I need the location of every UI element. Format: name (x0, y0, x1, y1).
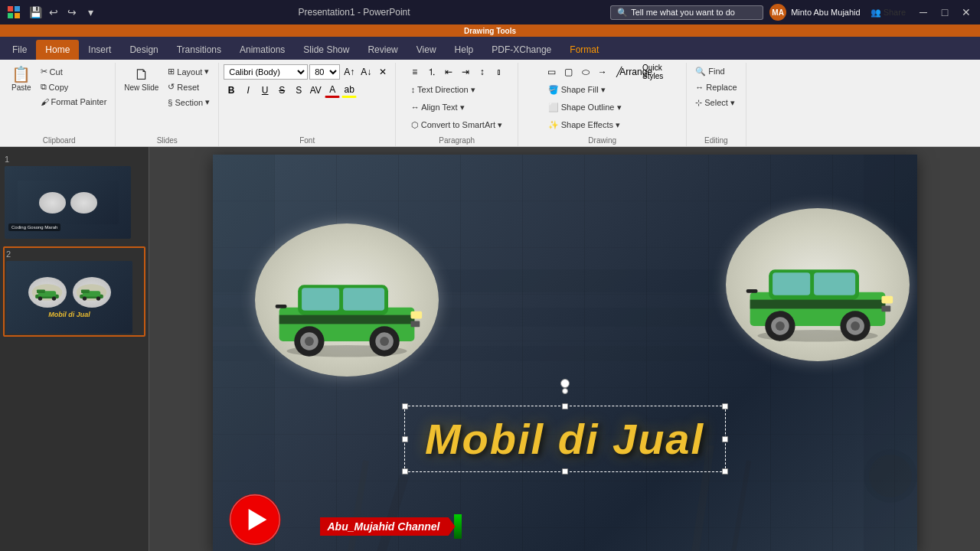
slide-thumb-2[interactable]: 2 (3, 246, 145, 337)
layout-label: Layout (177, 67, 202, 77)
font-size-select[interactable]: 80 (309, 64, 340, 80)
quick-access-toolbar: 💾 ↩ ↪ ▾ (28, 5, 98, 20)
shape-rounded-button[interactable]: ▢ (561, 64, 577, 80)
tab-pdfchange[interactable]: PDF-XChange (482, 40, 560, 60)
channel-name: Abu_Mujahid Channel (320, 517, 456, 536)
layout-button[interactable]: ⊞ Layout ▾ (164, 64, 214, 79)
svg-point-36 (305, 337, 314, 346)
close-button[interactable]: ✕ (959, 5, 974, 20)
char-spacing-button[interactable]: AV (308, 83, 323, 98)
shape-outline-button[interactable]: ⬜ Shape Outline ▾ (544, 100, 626, 115)
share-button[interactable]: 👥 Share (867, 5, 910, 20)
bold-button[interactable]: B (224, 83, 239, 98)
channel-brand: Abu_Mujahid Channel (320, 514, 462, 539)
new-slide-icon: 🗋 (134, 67, 149, 82)
reset-button[interactable]: ↺ Reset (164, 80, 214, 94)
format-painter-icon: 🖌 (41, 97, 49, 106)
svg-line-18 (381, 476, 404, 551)
title-bar-left: 💾 ↩ ↪ ▾ (6, 5, 98, 20)
font-increase-button[interactable]: A↑ (341, 64, 357, 80)
replace-button[interactable]: ↔ Replace (691, 80, 740, 94)
tab-insert[interactable]: Insert (79, 40, 120, 60)
minimize-button[interactable]: ─ (916, 5, 931, 20)
cut-button[interactable]: ✂ Cut (37, 64, 111, 79)
columns-button[interactable]: ⫾ (492, 64, 507, 80)
svg-rect-13 (81, 289, 90, 293)
shape-rect-button[interactable]: ▭ (544, 64, 560, 80)
drawing-row2: 🪣 Shape Fill ▾ (544, 83, 609, 97)
quick-styles-button[interactable]: Quick Styles (645, 64, 661, 80)
slide-panel: 1 Coding Gosong Marah 2 (0, 147, 149, 551)
slide-2-bg: Mobil di Jual (6, 261, 132, 334)
section-button[interactable]: § Section ▾ (164, 95, 214, 109)
tell-me-search[interactable]: 🔍 Tell me what you want to do (610, 5, 763, 20)
arrange-button[interactable]: Arrange (629, 64, 644, 80)
svg-rect-1 (15, 6, 20, 11)
format-painter-button[interactable]: 🖌 Format Painter (37, 95, 111, 109)
svg-point-51 (776, 321, 785, 331)
shape-effects-button[interactable]: ✨ Shape Effects ▾ (544, 118, 624, 132)
slide-1-thumbnail[interactable]: Coding Gosong Marah (5, 166, 131, 239)
tab-home[interactable]: Home (36, 40, 79, 60)
user-avatar[interactable]: MA (769, 4, 786, 21)
paragraph-label: Paragraph (396, 136, 518, 145)
tab-view[interactable]: View (407, 40, 446, 60)
maximize-button[interactable]: □ (937, 5, 952, 20)
font-color-button[interactable]: A (325, 83, 340, 98)
clear-format-button[interactable]: ✕ (375, 64, 390, 80)
convert-smartart-button[interactable]: ⬡ Convert to SmartArt ▾ (407, 118, 506, 132)
numbering-button[interactable]: ⒈ (424, 64, 439, 80)
reset-label: Reset (177, 83, 199, 92)
shape-oval-button[interactable]: ⬭ (578, 64, 593, 80)
find-button[interactable]: 🔍 Find (691, 64, 728, 79)
bullets-button[interactable]: ≡ (407, 64, 423, 80)
tab-slideshow[interactable]: Slide Show (294, 40, 358, 60)
undo-icon[interactable]: ↩ (46, 5, 61, 20)
tab-transitions[interactable]: Transitions (168, 40, 230, 60)
highlight-button[interactable]: ab (341, 83, 357, 98)
clipboard-label: Clipboard (3, 136, 115, 145)
shape-fill-button[interactable]: 🪣 Shape Fill ▾ (544, 83, 609, 97)
line-spacing-button[interactable]: ↕ (475, 64, 490, 80)
tab-file[interactable]: File (3, 40, 36, 60)
svg-rect-32 (302, 288, 339, 310)
tab-review[interactable]: Review (358, 40, 407, 60)
slide-thumb-1[interactable]: 1 Coding Gosong Marah (3, 153, 145, 240)
paste-button[interactable]: 📋 Paste (8, 64, 35, 94)
svg-point-14 (83, 296, 87, 300)
tab-help[interactable]: Help (446, 40, 483, 60)
copy-button[interactable]: ⧉ Copy (37, 80, 111, 94)
canvas-area[interactable]: Mobil di Jual Abu_Mujahid Channel (149, 147, 980, 551)
ribbon-tab-bar: File Home Insert Design Transitions Anim… (0, 37, 980, 60)
para-row2: ↕ Text Direction ▾ (407, 83, 479, 97)
select-button[interactable]: ⊹ Select ▾ (691, 96, 739, 110)
tab-animations[interactable]: Animations (230, 40, 294, 60)
slide-2-thumbnail[interactable]: Mobil di Jual (6, 261, 132, 334)
shape-arrow-button[interactable]: → (595, 64, 610, 80)
ribbon-group-slides: 🗋 New Slide ⊞ Layout ▾ ↺ Reset § Section… (116, 63, 219, 146)
svg-point-39 (380, 337, 389, 346)
rotate-handle-indicator[interactable] (560, 379, 570, 388)
increase-indent-button[interactable]: ⇥ (458, 64, 473, 80)
section-label: Section (175, 98, 203, 107)
title-container[interactable]: Mobil di Jual (404, 406, 726, 472)
underline-button[interactable]: U (257, 83, 273, 98)
font-decrease-button[interactable]: A↓ (358, 64, 374, 80)
para-row4: ⬡ Convert to SmartArt ▾ (407, 118, 506, 132)
svg-rect-3 (15, 13, 20, 18)
tab-format[interactable]: Format (560, 40, 608, 60)
customize-icon[interactable]: ▾ (83, 5, 98, 20)
new-slide-button[interactable]: 🗋 New Slide (120, 64, 162, 94)
user-name: Minto Abu Mujahid (791, 8, 861, 17)
redo-icon[interactable]: ↪ (64, 5, 80, 20)
text-direction-button[interactable]: ↕ Text Direction ▾ (407, 83, 479, 97)
font-name-select[interactable]: Calibri (Body) (224, 64, 308, 80)
decrease-indent-button[interactable]: ⇤ (441, 64, 456, 80)
strikethrough-button[interactable]: S (274, 83, 289, 98)
shadow-button[interactable]: S (291, 83, 306, 98)
tab-design[interactable]: Design (120, 40, 167, 60)
window-title: Presentation1 - PowerPoint (98, 7, 610, 18)
save-icon[interactable]: 💾 (28, 5, 43, 20)
align-text-button[interactable]: ↔ Align Text ▾ (407, 100, 469, 115)
italic-button[interactable]: I (240, 83, 256, 98)
